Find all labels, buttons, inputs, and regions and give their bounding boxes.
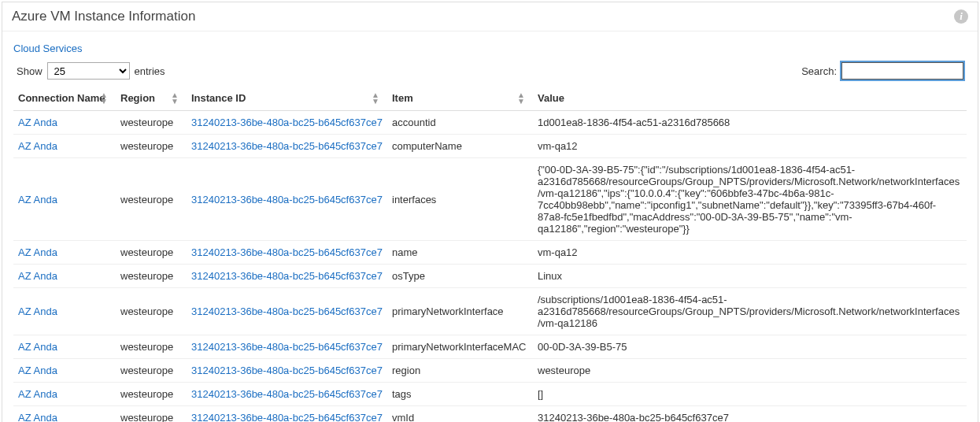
- cell-value: vm-qa12: [533, 135, 967, 158]
- cell-value: []: [533, 383, 967, 406]
- table-row: AZ Andawesteurope31240213-36be-480a-bc25…: [13, 241, 967, 265]
- cell-instance-id: 31240213-36be-480a-bc25-b645cf637ce7: [187, 383, 387, 406]
- sort-icon: ▲▼: [100, 92, 108, 105]
- cell-item: accountid: [387, 111, 533, 135]
- sort-icon: ▲▼: [171, 92, 179, 105]
- search-input[interactable]: [841, 62, 963, 80]
- cell-connection-name: AZ Anda: [13, 241, 116, 265]
- col-item[interactable]: Item ▲▼: [387, 86, 533, 111]
- col-connection-name[interactable]: Connection Name ▲▼: [13, 86, 116, 111]
- cell-item: osType: [387, 265, 533, 288]
- table-row: AZ Andawesteurope31240213-36be-480a-bc25…: [13, 135, 967, 158]
- connection-link[interactable]: AZ Anda: [18, 117, 57, 128]
- cell-item: interfaces: [387, 158, 533, 241]
- breadcrumb-cloud-services[interactable]: Cloud Services: [13, 43, 82, 54]
- instance-link[interactable]: 31240213-36be-480a-bc25-b645cf637ce7: [191, 194, 383, 205]
- search-label: Search:: [801, 65, 837, 77]
- panel-header: Azure VM Instance Information i: [2, 2, 978, 31]
- instance-link[interactable]: 31240213-36be-480a-bc25-b645cf637ce7: [191, 412, 383, 422]
- cell-instance-id: 31240213-36be-480a-bc25-b645cf637ce7: [187, 288, 387, 335]
- instance-link[interactable]: 31240213-36be-480a-bc25-b645cf637ce7: [191, 117, 383, 128]
- cell-value: 1d001ea8-1836-4f54-ac51-a2316d785668: [533, 111, 967, 135]
- connection-link[interactable]: AZ Anda: [18, 341, 57, 353]
- connection-link[interactable]: AZ Anda: [18, 194, 57, 205]
- cell-instance-id: 31240213-36be-480a-bc25-b645cf637ce7: [187, 335, 387, 359]
- cell-value: Linux: [533, 265, 967, 288]
- col-value-label: Value: [538, 92, 564, 104]
- table-row: AZ Andawesteurope31240213-36be-480a-bc25…: [13, 265, 967, 288]
- cell-region: westeurope: [116, 406, 187, 423]
- connection-link[interactable]: AZ Anda: [18, 305, 57, 317]
- cell-region: westeurope: [116, 288, 187, 335]
- cell-instance-id: 31240213-36be-480a-bc25-b645cf637ce7: [187, 111, 387, 135]
- cell-region: westeurope: [116, 111, 187, 135]
- sort-icon: ▲▼: [517, 92, 525, 105]
- entries-label: entries: [135, 65, 165, 77]
- col-region-label: Region: [120, 92, 155, 104]
- col-instance-id[interactable]: Instance ID ▲▼: [187, 86, 387, 111]
- connection-link[interactable]: AZ Anda: [18, 412, 57, 422]
- cell-connection-name: AZ Anda: [13, 265, 116, 288]
- cell-item: tags: [387, 383, 533, 406]
- breadcrumb: Cloud Services: [13, 43, 967, 54]
- instance-link[interactable]: 31240213-36be-480a-bc25-b645cf637ce7: [191, 365, 383, 376]
- table-row: AZ Andawesteurope31240213-36be-480a-bc25…: [13, 288, 967, 335]
- connection-link[interactable]: AZ Anda: [18, 246, 57, 258]
- instance-link[interactable]: 31240213-36be-480a-bc25-b645cf637ce7: [191, 140, 383, 152]
- cell-item: computerName: [387, 135, 533, 158]
- table-row: AZ Andawesteurope31240213-36be-480a-bc25…: [13, 335, 967, 359]
- cell-connection-name: AZ Anda: [13, 158, 116, 241]
- cell-connection-name: AZ Anda: [13, 288, 116, 335]
- table-row: AZ Andawesteurope31240213-36be-480a-bc25…: [13, 359, 967, 383]
- cell-connection-name: AZ Anda: [13, 383, 116, 406]
- instance-link[interactable]: 31240213-36be-480a-bc25-b645cf637ce7: [191, 305, 383, 317]
- col-item-label: Item: [392, 92, 413, 104]
- cell-item: vmId: [387, 406, 533, 423]
- cell-value: westeurope: [533, 359, 967, 383]
- cell-instance-id: 31240213-36be-480a-bc25-b645cf637ce7: [187, 135, 387, 158]
- show-label: Show: [17, 65, 43, 77]
- cell-value: {"00-0D-3A-39-B5-75":{"id":"/subscriptio…: [533, 158, 967, 241]
- panel-title: Azure VM Instance Information: [12, 9, 195, 24]
- cell-connection-name: AZ Anda: [13, 359, 116, 383]
- col-region[interactable]: Region ▲▼: [116, 86, 187, 111]
- cell-instance-id: 31240213-36be-480a-bc25-b645cf637ce7: [187, 265, 387, 288]
- connection-link[interactable]: AZ Anda: [18, 388, 57, 400]
- connection-link[interactable]: AZ Anda: [18, 140, 57, 152]
- cell-region: westeurope: [116, 359, 187, 383]
- page-size-select[interactable]: 102550100: [47, 62, 130, 80]
- instance-link[interactable]: 31240213-36be-480a-bc25-b645cf637ce7: [191, 246, 383, 258]
- panel: Azure VM Instance Information i Cloud Se…: [2, 2, 978, 422]
- cell-region: westeurope: [116, 135, 187, 158]
- col-value[interactable]: Value: [533, 86, 967, 111]
- panel-body: Cloud Services Show 102550100 entries Se…: [2, 31, 978, 422]
- cell-item: primaryNetworkInterfaceMAC: [387, 335, 533, 359]
- table-row: AZ Andawesteurope31240213-36be-480a-bc25…: [13, 406, 967, 423]
- cell-region: westeurope: [116, 335, 187, 359]
- instance-link[interactable]: 31240213-36be-480a-bc25-b645cf637ce7: [191, 341, 383, 353]
- cell-connection-name: AZ Anda: [13, 335, 116, 359]
- connection-link[interactable]: AZ Anda: [18, 365, 57, 376]
- table-body: AZ Andawesteurope31240213-36be-480a-bc25…: [13, 111, 967, 423]
- connection-link[interactable]: AZ Anda: [18, 270, 57, 282]
- sort-icon: ▲▼: [372, 92, 379, 105]
- table-header-row: Connection Name ▲▼ Region ▲▼ Instance ID…: [13, 86, 967, 111]
- cell-instance-id: 31240213-36be-480a-bc25-b645cf637ce7: [187, 241, 387, 265]
- cell-item: name: [387, 241, 533, 265]
- col-instance-label: Instance ID: [191, 92, 246, 104]
- instance-link[interactable]: 31240213-36be-480a-bc25-b645cf637ce7: [191, 270, 383, 282]
- table-row: AZ Andawesteurope31240213-36be-480a-bc25…: [13, 158, 967, 241]
- search-box: Search:: [801, 62, 963, 80]
- instance-link[interactable]: 31240213-36be-480a-bc25-b645cf637ce7: [191, 388, 383, 400]
- info-icon[interactable]: i: [954, 9, 968, 24]
- cell-item: primaryNetworkInterface: [387, 288, 533, 335]
- cell-region: westeurope: [116, 383, 187, 406]
- cell-instance-id: 31240213-36be-480a-bc25-b645cf637ce7: [187, 158, 387, 241]
- table-row: AZ Andawesteurope31240213-36be-480a-bc25…: [13, 383, 967, 406]
- col-connection-label: Connection Name: [18, 92, 105, 104]
- table-row: AZ Andawesteurope31240213-36be-480a-bc25…: [13, 111, 967, 135]
- data-table: Connection Name ▲▼ Region ▲▼ Instance ID…: [13, 86, 967, 422]
- cell-instance-id: 31240213-36be-480a-bc25-b645cf637ce7: [187, 406, 387, 423]
- controls-row: Show 102550100 entries Search:: [13, 62, 967, 80]
- cell-value: /subscriptions/1d001ea8-1836-4f54-ac51-a…: [533, 288, 967, 335]
